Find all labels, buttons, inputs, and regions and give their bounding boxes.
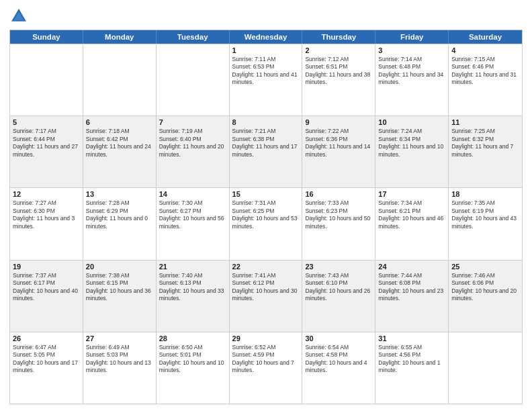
day-number: 11 xyxy=(451,118,519,126)
cal-cell: 31Sunrise: 6:55 AM Sunset: 4:56 PM Dayli… xyxy=(375,332,449,404)
cal-cell: 10Sunrise: 7:24 AM Sunset: 6:34 PM Dayli… xyxy=(375,116,449,187)
weekday-header-sunday: Sunday xyxy=(10,30,83,44)
cal-cell: 18Sunrise: 7:35 AM Sunset: 6:19 PM Dayli… xyxy=(449,188,522,259)
cell-info: Sunrise: 7:33 AM Sunset: 6:23 PM Dayligh… xyxy=(305,199,372,230)
day-number: 3 xyxy=(378,46,445,54)
day-number: 8 xyxy=(232,118,300,126)
cal-cell: 13Sunrise: 7:28 AM Sunset: 6:29 PM Dayli… xyxy=(83,188,157,259)
cal-cell: 1Sunrise: 7:11 AM Sunset: 6:53 PM Daylig… xyxy=(230,44,303,116)
cell-info: Sunrise: 7:24 AM Sunset: 6:34 PM Dayligh… xyxy=(378,128,445,158)
cal-cell: 4Sunrise: 7:15 AM Sunset: 6:46 PM Daylig… xyxy=(449,44,522,116)
weekday-header-friday: Friday xyxy=(375,30,449,44)
cal-cell: 30Sunrise: 6:54 AM Sunset: 4:58 PM Dayli… xyxy=(302,332,375,404)
cal-cell: 27Sunrise: 6:49 AM Sunset: 5:03 PM Dayli… xyxy=(83,332,157,404)
cal-cell: 19Sunrise: 7:37 AM Sunset: 6:17 PM Dayli… xyxy=(10,261,83,332)
cell-info: Sunrise: 6:50 AM Sunset: 5:01 PM Dayligh… xyxy=(159,344,226,375)
calendar-row-2: 5Sunrise: 7:17 AM Sunset: 6:44 PM Daylig… xyxy=(10,116,522,187)
logo xyxy=(9,7,31,26)
cal-cell: 23Sunrise: 7:43 AM Sunset: 6:10 PM Dayli… xyxy=(302,261,375,332)
cell-info: Sunrise: 7:25 AM Sunset: 6:32 PM Dayligh… xyxy=(451,128,519,158)
header xyxy=(9,7,523,26)
cal-cell: 25Sunrise: 7:46 AM Sunset: 6:06 PM Dayli… xyxy=(449,261,522,332)
logo-icon xyxy=(9,7,28,26)
day-number: 23 xyxy=(305,263,372,271)
cell-info: Sunrise: 7:15 AM Sunset: 6:46 PM Dayligh… xyxy=(451,56,519,87)
cell-info: Sunrise: 7:44 AM Sunset: 6:08 PM Dayligh… xyxy=(378,272,445,303)
weekday-header-thursday: Thursday xyxy=(302,30,375,44)
weekday-header-monday: Monday xyxy=(83,30,157,44)
day-number: 27 xyxy=(86,334,153,342)
day-number: 17 xyxy=(378,190,445,198)
day-number: 20 xyxy=(86,263,153,271)
cal-cell: 24Sunrise: 7:44 AM Sunset: 6:08 PM Dayli… xyxy=(375,261,449,332)
cal-cell: 28Sunrise: 6:50 AM Sunset: 5:01 PM Dayli… xyxy=(157,332,230,404)
cal-cell xyxy=(449,332,522,404)
cal-cell xyxy=(83,44,157,116)
calendar-header: SundayMondayTuesdayWednesdayThursdayFrid… xyxy=(10,30,522,44)
day-number: 16 xyxy=(305,190,372,198)
cal-cell: 26Sunrise: 6:47 AM Sunset: 5:05 PM Dayli… xyxy=(10,332,83,404)
calendar-row-3: 12Sunrise: 7:27 AM Sunset: 6:30 PM Dayli… xyxy=(10,187,522,259)
day-number: 22 xyxy=(232,263,300,271)
cell-info: Sunrise: 7:34 AM Sunset: 6:21 PM Dayligh… xyxy=(378,199,445,230)
day-number: 28 xyxy=(159,334,226,342)
cell-info: Sunrise: 7:46 AM Sunset: 6:06 PM Dayligh… xyxy=(451,272,519,303)
cal-cell: 29Sunrise: 6:52 AM Sunset: 4:59 PM Dayli… xyxy=(230,332,303,404)
day-number: 14 xyxy=(159,190,226,198)
cal-cell: 2Sunrise: 7:12 AM Sunset: 6:51 PM Daylig… xyxy=(302,44,375,116)
day-number: 1 xyxy=(232,46,300,54)
day-number: 30 xyxy=(305,334,372,342)
cal-cell: 5Sunrise: 7:17 AM Sunset: 6:44 PM Daylig… xyxy=(10,116,83,187)
day-number: 25 xyxy=(451,263,519,271)
cal-cell xyxy=(10,44,83,116)
cell-info: Sunrise: 7:31 AM Sunset: 6:25 PM Dayligh… xyxy=(232,199,300,230)
day-number: 7 xyxy=(159,118,226,126)
cell-info: Sunrise: 7:22 AM Sunset: 6:36 PM Dayligh… xyxy=(305,128,372,158)
weekday-header-wednesday: Wednesday xyxy=(230,30,303,44)
cal-cell: 12Sunrise: 7:27 AM Sunset: 6:30 PM Dayli… xyxy=(10,188,83,259)
day-number: 18 xyxy=(451,190,519,198)
page: SundayMondayTuesdayWednesdayThursdayFrid… xyxy=(0,0,532,411)
cal-cell: 11Sunrise: 7:25 AM Sunset: 6:32 PM Dayli… xyxy=(449,116,522,187)
day-number: 31 xyxy=(378,334,445,342)
cell-info: Sunrise: 7:30 AM Sunset: 6:27 PM Dayligh… xyxy=(159,199,226,230)
cal-cell: 21Sunrise: 7:40 AM Sunset: 6:13 PM Dayli… xyxy=(157,261,230,332)
day-number: 19 xyxy=(13,263,80,271)
cell-info: Sunrise: 7:43 AM Sunset: 6:10 PM Dayligh… xyxy=(305,272,372,303)
cal-cell: 15Sunrise: 7:31 AM Sunset: 6:25 PM Dayli… xyxy=(230,188,303,259)
day-number: 24 xyxy=(378,263,445,271)
cal-cell: 8Sunrise: 7:21 AM Sunset: 6:38 PM Daylig… xyxy=(230,116,303,187)
calendar-row-1: 1Sunrise: 7:11 AM Sunset: 6:53 PM Daylig… xyxy=(10,44,522,116)
cell-info: Sunrise: 7:37 AM Sunset: 6:17 PM Dayligh… xyxy=(13,272,80,303)
cal-cell: 6Sunrise: 7:18 AM Sunset: 6:42 PM Daylig… xyxy=(83,116,157,187)
cell-info: Sunrise: 6:52 AM Sunset: 4:59 PM Dayligh… xyxy=(232,344,300,375)
cal-cell: 14Sunrise: 7:30 AM Sunset: 6:27 PM Dayli… xyxy=(157,188,230,259)
cell-info: Sunrise: 7:38 AM Sunset: 6:15 PM Dayligh… xyxy=(86,272,153,303)
cell-info: Sunrise: 6:55 AM Sunset: 4:56 PM Dayligh… xyxy=(378,344,445,375)
day-number: 6 xyxy=(86,118,153,126)
calendar-body: 1Sunrise: 7:11 AM Sunset: 6:53 PM Daylig… xyxy=(10,44,522,404)
day-number: 26 xyxy=(13,334,80,342)
cell-info: Sunrise: 7:41 AM Sunset: 6:12 PM Dayligh… xyxy=(232,272,300,303)
calendar: SundayMondayTuesdayWednesdayThursdayFrid… xyxy=(9,30,523,404)
cell-info: Sunrise: 7:27 AM Sunset: 6:30 PM Dayligh… xyxy=(13,199,80,230)
weekday-header-saturday: Saturday xyxy=(449,30,522,44)
day-number: 29 xyxy=(232,334,300,342)
day-number: 9 xyxy=(305,118,372,126)
cal-cell: 16Sunrise: 7:33 AM Sunset: 6:23 PM Dayli… xyxy=(302,188,375,259)
day-number: 12 xyxy=(13,190,80,198)
calendar-row-5: 26Sunrise: 6:47 AM Sunset: 5:05 PM Dayli… xyxy=(10,332,522,404)
day-number: 5 xyxy=(13,118,80,126)
cell-info: Sunrise: 7:17 AM Sunset: 6:44 PM Dayligh… xyxy=(13,128,80,158)
cell-info: Sunrise: 7:40 AM Sunset: 6:13 PM Dayligh… xyxy=(159,272,226,303)
cal-cell xyxy=(157,44,230,116)
cal-cell: 22Sunrise: 7:41 AM Sunset: 6:12 PM Dayli… xyxy=(230,261,303,332)
day-number: 15 xyxy=(232,190,300,198)
day-number: 21 xyxy=(159,263,226,271)
day-number: 4 xyxy=(451,46,519,54)
cell-info: Sunrise: 7:21 AM Sunset: 6:38 PM Dayligh… xyxy=(232,128,300,158)
cell-info: Sunrise: 6:49 AM Sunset: 5:03 PM Dayligh… xyxy=(86,344,153,375)
day-number: 13 xyxy=(86,190,153,198)
cell-info: Sunrise: 6:54 AM Sunset: 4:58 PM Dayligh… xyxy=(305,344,372,375)
cal-cell: 3Sunrise: 7:14 AM Sunset: 6:48 PM Daylig… xyxy=(375,44,449,116)
